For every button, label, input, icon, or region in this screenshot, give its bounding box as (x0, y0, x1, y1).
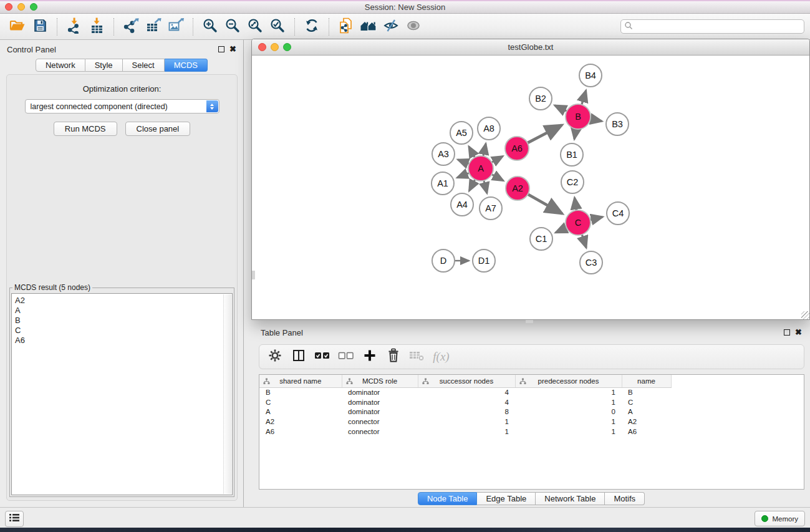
deselect-all-button[interactable] (336, 347, 355, 367)
graph-edge-B-B2[interactable] (555, 105, 568, 112)
graph-edge-A6-B[interactable] (526, 125, 562, 144)
graph-node-B[interactable]: B (566, 104, 591, 129)
table-row[interactable]: A2connector11A2 (259, 417, 804, 427)
tab-edge-table[interactable]: Edge Table (477, 492, 536, 505)
table-cell[interactable]: 0 (515, 407, 622, 417)
graph-edge-A-A8[interactable] (483, 143, 486, 157)
table-cell[interactable]: 1 (515, 417, 622, 427)
zoom-fit-button[interactable] (244, 16, 266, 38)
table-cell[interactable]: 1 (515, 387, 622, 397)
graph-edge-A-A7[interactable] (483, 179, 487, 193)
table-cell[interactable]: 1 (515, 427, 622, 437)
import-network-button[interactable] (63, 16, 85, 38)
result-scrollbar[interactable] (223, 294, 231, 494)
graph-node-A2[interactable]: A2 (506, 177, 529, 200)
column-header-shared-name[interactable]: shared name (259, 375, 342, 387)
hide-graphics-button[interactable] (380, 16, 402, 38)
graph-node-B3[interactable]: B3 (606, 113, 629, 135)
graph-node-C3[interactable]: C3 (580, 251, 602, 274)
graph-node-C4[interactable]: C4 (607, 202, 629, 225)
graph-node-A3[interactable]: A3 (432, 143, 455, 165)
graph-edge-B-B4[interactable] (581, 90, 586, 106)
table-cell[interactable]: 1 (418, 417, 515, 427)
close-panel-button[interactable]: Close panel (125, 122, 191, 136)
table-cell[interactable]: A2 (622, 417, 671, 427)
create-column-button[interactable] (360, 347, 379, 367)
graph-node-A[interactable]: A (468, 156, 493, 181)
network-close-light[interactable] (258, 43, 266, 51)
table-cell[interactable]: 4 (418, 387, 515, 397)
tab-select[interactable]: Select (123, 59, 165, 72)
tab-style[interactable]: Style (85, 59, 123, 72)
tab-network[interactable]: Network (36, 59, 85, 72)
memory-button[interactable]: Memory (755, 511, 805, 526)
table-row[interactable]: Adominator80A (259, 407, 804, 417)
tab-node-table[interactable]: Node Table (418, 492, 478, 505)
graph-edge-A-A2[interactable] (491, 174, 503, 181)
table-cell[interactable]: A (622, 407, 671, 417)
close-window-light[interactable] (5, 3, 12, 11)
graph-node-A5[interactable]: A5 (450, 122, 473, 144)
open-session-button[interactable] (6, 16, 29, 38)
column-header-successor-nodes[interactable]: successor nodes (418, 375, 515, 387)
delete-column-button[interactable] (383, 347, 403, 367)
graph-edge-A2-C[interactable] (527, 193, 562, 213)
graph-node-A7[interactable]: A7 (480, 197, 502, 220)
graph-node-C1[interactable]: C1 (530, 228, 552, 250)
graph-edge-C-C2[interactable] (574, 198, 576, 211)
table-cell[interactable]: B (622, 387, 671, 397)
graph-edge-C-C4[interactable] (589, 217, 603, 220)
zoom-window-light[interactable] (30, 3, 37, 11)
criterion-select[interactable]: largest connected component (directed) (25, 99, 219, 114)
zoom-selected-button[interactable] (266, 16, 289, 38)
search-input[interactable] (635, 22, 801, 31)
network-zoom-light[interactable] (283, 43, 291, 51)
search-box[interactable] (620, 19, 804, 34)
graph-node-D[interactable]: D (432, 249, 455, 272)
graph-edge-B-B3[interactable] (589, 118, 602, 121)
tab-motifs[interactable]: Motifs (605, 492, 645, 505)
minimize-window-light[interactable] (17, 3, 25, 11)
column-header-name[interactable]: name (622, 375, 671, 387)
table-row[interactable]: A6connector11A6 (259, 427, 804, 437)
close-panel-icon[interactable]: ✖ (229, 46, 236, 52)
zoom-in-button[interactable] (199, 16, 221, 38)
mcds-result-item[interactable]: A6 (15, 336, 232, 346)
close-table-panel-icon[interactable]: ✖ (795, 329, 802, 336)
graph-node-A8[interactable]: A8 (478, 117, 500, 140)
mcds-result-item[interactable]: C (15, 326, 232, 336)
table-cell[interactable]: C (259, 397, 342, 407)
float-panel-icon[interactable] (218, 46, 224, 52)
show-graphics-button[interactable] (402, 16, 425, 38)
graph-node-A1[interactable]: A1 (432, 172, 454, 195)
table-cell[interactable]: connector (342, 417, 418, 427)
graph-edge-A-A1[interactable] (457, 173, 470, 178)
column-header-predecessor-nodes[interactable]: predecessor nodes (515, 375, 622, 387)
save-session-button[interactable] (29, 16, 51, 38)
export-table-button[interactable] (142, 16, 165, 38)
node-table[interactable]: shared nameMCDS rolesuccessor nodesprede… (259, 374, 804, 490)
table-cell[interactable]: A6 (259, 427, 342, 437)
mcds-result-item[interactable]: A (15, 306, 232, 316)
graph-edge-A-A5[interactable] (469, 147, 476, 158)
graph-node-A6[interactable]: A6 (505, 137, 529, 160)
copy-network-button[interactable] (335, 16, 357, 38)
select-all-button[interactable] (312, 347, 332, 367)
network-list-button[interactable] (5, 511, 24, 527)
graph-edge-A-A4[interactable] (469, 178, 475, 191)
network-window-titlebar[interactable]: testGlobe.txt (252, 39, 809, 56)
table-cell[interactable]: dominator (342, 407, 418, 417)
table-cell[interactable]: A2 (259, 417, 342, 427)
graph-node-B4[interactable]: B4 (579, 64, 602, 87)
show-columns-button[interactable] (289, 347, 308, 367)
column-header-MCDS-role[interactable]: MCDS role (342, 375, 418, 387)
graph-node-B2[interactable]: B2 (529, 87, 552, 110)
canvas-vertical-scrollbar[interactable] (252, 271, 255, 279)
import-table-button[interactable] (85, 16, 108, 38)
network-canvas[interactable]: B4B2BB3A8A5A6A3B1AC2A1A2A4A7C4CC1C3DD1 (252, 56, 809, 319)
graph-node-B1[interactable]: B1 (561, 143, 583, 166)
table-cell[interactable]: dominator (342, 397, 418, 407)
table-cell[interactable]: 1 (418, 427, 515, 437)
table-cell[interactable]: C (622, 397, 671, 407)
table-cell[interactable]: connector (342, 427, 418, 437)
